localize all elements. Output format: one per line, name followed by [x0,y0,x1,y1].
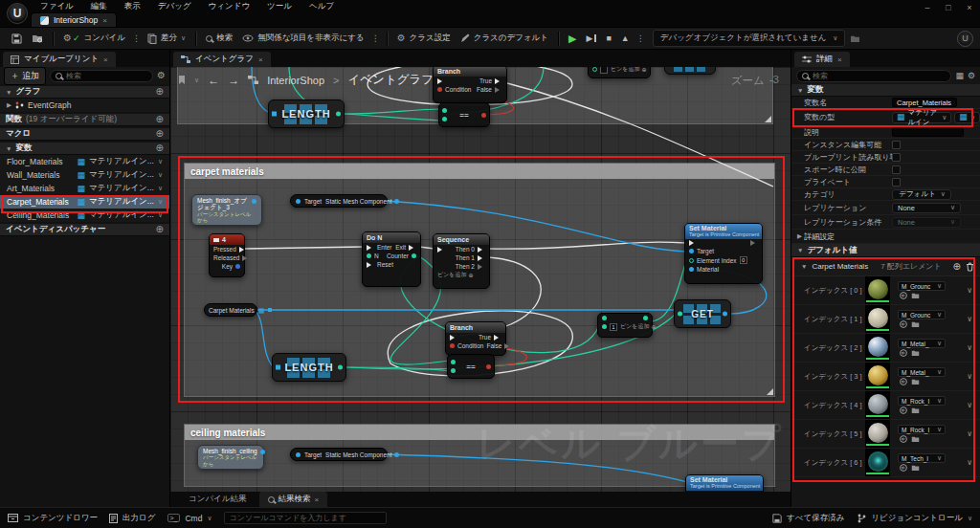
node-equal-2[interactable]: == [447,354,495,379]
menu-view[interactable]: 表示 [116,1,149,12]
int-output-pin[interactable] [336,112,341,117]
sidebar-search-input[interactable] [66,72,147,80]
use-selected-icon[interactable] [900,320,907,328]
variable-row-wall-materials[interactable]: Wall_Materials▦マテリアルイン...∨ [0,168,169,182]
exit-pin[interactable] [409,245,416,251]
use-selected-icon[interactable] [900,349,907,357]
forward-button[interactable]: → [228,75,239,86]
comment-title[interactable]: ceiling materials [185,425,774,440]
target-pin[interactable] [296,452,301,457]
display-filter-icon[interactable]: ▦ [955,71,964,80]
node-set-material-ceiling[interactable]: Set MaterialTarget is Primitive Componen… [685,474,764,492]
condition-pin[interactable] [437,87,442,92]
minimize-button[interactable]: – [917,0,938,15]
add-element-icon[interactable]: ⊕ [953,261,961,272]
details-settings-icon[interactable]: ⚙ [968,71,975,80]
compile-button[interactable]: ⚙✓ コンパイル [58,30,130,47]
material-thumbnail[interactable] [865,391,890,419]
menu-tools[interactable]: ツール [258,1,301,12]
input-a-pin[interactable] [602,316,607,320]
console-command-input[interactable] [230,514,381,522]
tab-details[interactable]: 詳細 × [794,52,850,67]
array-output-pin[interactable] [268,308,272,312]
addend-value[interactable]: 1 [610,323,617,331]
int-output-pin[interactable] [338,365,343,370]
material-dropdown[interactable]: M_Grounc∨ [898,310,946,319]
true-out-pin[interactable] [495,78,502,84]
sidebar-item-eventgraph[interactable]: ▶ EventGraph [0,99,169,112]
section-functions[interactable]: 関数(19 オーバーライド可能)⊕ [0,114,169,126]
condition-pin[interactable] [450,343,455,348]
maximize-button[interactable]: □ [938,0,959,15]
use-selected-icon[interactable] [900,464,907,472]
input-b-pin[interactable] [602,324,607,329]
key-pin[interactable] [235,264,240,269]
console-command-field[interactable] [224,512,387,524]
node-do-n[interactable]: Do N EnterExit NCounter Reset [362,231,421,287]
index-input-pin[interactable] [678,312,682,317]
add-variable-icon[interactable]: ⊕ [156,143,164,153]
chevron-down-icon[interactable]: ∨ [158,171,163,179]
input-a-pin[interactable] [442,108,447,113]
bookmark-icon[interactable] [178,76,186,85]
element-index-value[interactable]: 0 [740,256,747,264]
section-variable[interactable]: ▼変数 [791,84,980,97]
browse-icon[interactable] [911,349,920,357]
material-thumbnail[interactable] [865,363,890,390]
browse-icon[interactable] [911,464,920,472]
node-mesh-finish-obj3[interactable]: Mesh_finish_オブジェクト_3 パーシスタントレベル から [191,194,262,226]
material-pin[interactable] [689,267,694,272]
details-search[interactable] [796,70,951,82]
node-get-partial[interactable] [664,67,716,75]
section-default-value[interactable]: ▼デフォルト値 [791,244,980,257]
details-search-input[interactable] [813,72,946,80]
input-b-pin[interactable] [451,368,456,373]
resize-grip[interactable] [765,116,771,122]
find-button[interactable]: 検索 [201,30,237,47]
node-sequence[interactable]: Sequence Then 0 Then 1 Then 2 ピンを追加⊕ [433,233,490,289]
variable-type-dropdown[interactable]: ▦マテリアルイン∨ [892,112,951,123]
debug-browse-button[interactable] [845,32,865,46]
use-selected-icon[interactable] [900,292,907,299]
instance-editable-checkbox[interactable] [892,141,901,149]
reset-pin[interactable] [367,262,374,268]
stop-button[interactable]: ■ [601,32,615,46]
compile-options-icon[interactable]: ⋮ [132,33,141,43]
pressed-pin[interactable] [239,247,247,253]
browse-icon[interactable] [911,435,920,443]
play-button[interactable]: ▶ [564,31,581,47]
expand-element-icon[interactable]: ∨ [967,343,972,352]
chevron-down-icon[interactable]: ∨ [158,198,163,206]
node-branch-top[interactable]: Branch True ConditionFalse [433,67,507,103]
close-button[interactable]: × [959,0,980,15]
input-a-pin[interactable] [451,360,456,364]
add-button[interactable]: ＋追加 [4,67,46,85]
counter-pin[interactable] [412,253,416,258]
node-equal-top[interactable]: == [438,102,490,127]
exec-in-pin[interactable] [437,78,445,84]
close-icon[interactable]: × [837,55,842,64]
output-pin[interactable] [394,199,399,204]
eject-button[interactable]: ▲ [616,32,635,46]
target-pin[interactable] [689,249,694,253]
use-selected-icon[interactable] [900,378,907,385]
tab-event-graph[interactable]: イベントグラフ × [173,52,271,67]
use-selected-icon[interactable] [900,407,907,414]
add-function-icon[interactable]: ⊕ [156,115,164,124]
play-options-icon[interactable]: ⋮ [636,33,645,43]
tab-find-results[interactable]: 結果検索× [259,492,328,507]
add-macro-icon[interactable]: ⊕ [156,129,164,139]
array-input-pin[interactable] [276,365,280,370]
false-out-pin[interactable] [504,343,512,349]
class-settings-button[interactable]: ⚙クラス設定 [392,30,456,47]
output-log-button[interactable]: 出力ログ [109,513,155,524]
material-dropdown[interactable]: M_Rock_I∨ [898,396,946,406]
revision-control-button[interactable]: リビジョンコントロール ∨ [858,513,972,524]
section-event-dispatchers[interactable]: イベントディスパッチャー⊕ [0,224,169,236]
node-input-key-4[interactable]: 4 Pressed Released Key [209,233,245,277]
target-pin[interactable] [296,199,301,204]
hide-unrelated-button[interactable]: 無関係な項目を非表示にする [237,30,369,47]
hide-unrelated-options-icon[interactable]: ⋮ [371,33,380,43]
tab-compile-results[interactable]: コンパイル結果 [180,492,256,507]
material-dropdown[interactable]: M_Metal_∨ [898,339,946,348]
